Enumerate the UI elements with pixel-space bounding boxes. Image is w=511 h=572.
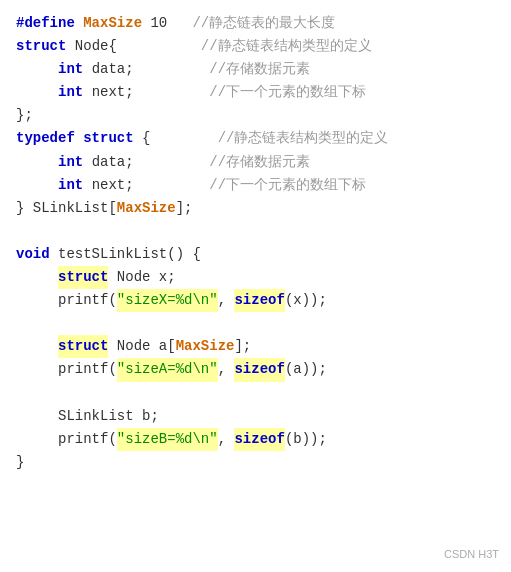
code-line: int next; //下一个元素的数组下标 [16, 81, 495, 104]
empty-line [16, 312, 495, 335]
code-text: } [16, 451, 24, 474]
code-line: #define MaxSize 10 //静态链表的最大长度 [16, 12, 495, 35]
comment-next2: //下一个元素的数组下标 [209, 174, 366, 197]
code-text: 10 [142, 12, 192, 35]
code-line: printf( "sizeA=%d\n" , sizeof (a)); [16, 358, 495, 381]
code-text: { [134, 127, 218, 150]
code-text: , [218, 289, 235, 312]
code-func: printf( [58, 289, 117, 312]
code-text: , [218, 428, 235, 451]
code-func: printf( [58, 358, 117, 381]
code-text: data; [83, 151, 209, 174]
code-text: (a)); [285, 358, 327, 381]
code-text: data; [83, 58, 209, 81]
keyword-struct: struct [16, 35, 66, 58]
macro-maxsize: MaxSize [83, 12, 142, 35]
highlight-string3: "sizeB=%d\n" [117, 428, 218, 451]
comment-data: //存储数据元素 [209, 58, 310, 81]
code-text: } SLinkList[ [16, 197, 117, 220]
code-line: struct Node a[ MaxSize ]; [16, 335, 495, 358]
highlight-sizeof2: sizeof [234, 358, 284, 381]
code-indent [16, 58, 58, 81]
macro-maxsize2: MaxSize [117, 197, 176, 220]
keyword-int2: int [58, 151, 83, 174]
code-line: } [16, 451, 495, 474]
empty-line [16, 382, 495, 405]
code-line: struct Node x; [16, 266, 495, 289]
code-text: SLinkList b; [58, 405, 159, 428]
macro-maxsize3: MaxSize [176, 335, 235, 358]
code-line: printf( "sizeB=%d\n" , sizeof (b)); [16, 428, 495, 451]
code-line: void testSLinkList() { [16, 243, 495, 266]
keyword-int3: int [58, 174, 83, 197]
code-line: typedef struct { //静态链表结构类型的定义 [16, 127, 495, 150]
highlight-sizeof3: sizeof [234, 428, 284, 451]
highlight-string2: "sizeA=%d\n" [117, 358, 218, 381]
keyword-void: void [16, 243, 50, 266]
comment-maxsize: //静态链表的最大长度 [192, 12, 335, 35]
code-text: testSLinkList() { [50, 243, 201, 266]
code-line: int data; //存储数据元素 [16, 151, 495, 174]
comment-typedef: //静态链表结构类型的定义 [218, 127, 389, 150]
code-line: struct Node{ //静态链表结构类型的定义 [16, 35, 495, 58]
keyword-int: int [58, 58, 83, 81]
code-line: printf( "sizeX=%d\n" , sizeof (x)); [16, 289, 495, 312]
comment-data2: //存储数据元素 [209, 151, 310, 174]
code-indent [16, 428, 58, 451]
code-text [75, 127, 83, 150]
code-indent [16, 335, 58, 358]
watermark: CSDN H3T [444, 546, 499, 564]
code-block: #define MaxSize 10 //静态链表的最大长度 struct No… [0, 0, 511, 572]
highlight-string1: "sizeX=%d\n" [117, 289, 218, 312]
code-text: (b)); [285, 428, 327, 451]
code-text: , [218, 358, 235, 381]
code-func: printf( [58, 428, 117, 451]
code-text: next; [83, 174, 209, 197]
code-indent [16, 266, 58, 289]
keyword-typedef: typedef [16, 127, 75, 150]
code-text: Node x; [108, 266, 175, 289]
keyword-define: #define [16, 12, 75, 35]
code-line: } SLinkList[ MaxSize ]; [16, 197, 495, 220]
code-text [75, 12, 83, 35]
highlight-struct: struct [58, 266, 108, 289]
code-text: ]; [176, 197, 193, 220]
code-text: ]; [234, 335, 251, 358]
code-text: Node{ [66, 35, 200, 58]
code-indent [16, 174, 58, 197]
code-line: }; [16, 104, 495, 127]
code-indent [16, 81, 58, 104]
code-text: }; [16, 104, 33, 127]
highlight-sizeof1: sizeof [234, 289, 284, 312]
empty-line [16, 220, 495, 243]
code-text: (x)); [285, 289, 327, 312]
comment-next: //下一个元素的数组下标 [209, 81, 366, 104]
keyword-int: int [58, 81, 83, 104]
code-indent [16, 151, 58, 174]
comment-struct-def: //静态链表结构类型的定义 [201, 35, 372, 58]
code-indent [16, 289, 58, 312]
code-text: Node a[ [108, 335, 175, 358]
code-indent [16, 358, 58, 381]
keyword-struct2: struct [83, 127, 133, 150]
code-indent [16, 405, 58, 428]
code-line: int data; //存储数据元素 [16, 58, 495, 81]
code-line: int next; //下一个元素的数组下标 [16, 174, 495, 197]
code-line: SLinkList b; [16, 405, 495, 428]
highlight-struct2: struct [58, 335, 108, 358]
code-text: next; [83, 81, 209, 104]
